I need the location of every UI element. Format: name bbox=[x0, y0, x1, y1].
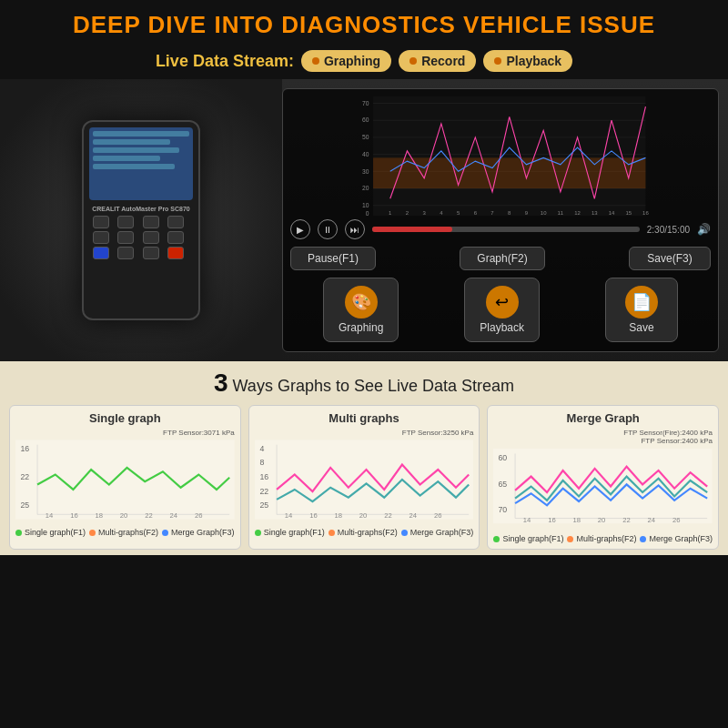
svg-text:14: 14 bbox=[523, 516, 531, 524]
svg-text:16: 16 bbox=[309, 511, 318, 520]
single-graph-card: Single graph FTP Sensor:3071 kPa 16 22 2… bbox=[9, 405, 241, 550]
device-screen bbox=[89, 127, 193, 200]
dev-btn-1 bbox=[93, 216, 109, 228]
save-f3-button[interactable]: Save(F3) bbox=[629, 247, 711, 270]
pause-f1-button[interactable]: Pause(F1) bbox=[290, 247, 376, 270]
svg-text:70: 70 bbox=[499, 505, 508, 514]
multi-graph-card: Multi graphs FTP Sensor:3250 kPa 4 8 16 … bbox=[248, 405, 480, 550]
forward-button[interactable]: ⏭ bbox=[345, 219, 365, 239]
device-buttons-grid bbox=[89, 216, 193, 259]
main-chart-svg: 70 60 50 40 30 20 10 0 1 2 3 4 5 6 7 8 9… bbox=[290, 96, 711, 216]
svg-text:25: 25 bbox=[20, 500, 29, 510]
main-container: DEEP DIVE INTO DIAGNOSTICS VEHICLE ISSUE… bbox=[0, 0, 728, 728]
svg-text:22: 22 bbox=[259, 487, 268, 496]
legend-single-2: Single graph(F1) bbox=[255, 528, 325, 537]
svg-text:26: 26 bbox=[195, 511, 203, 520]
svg-text:20: 20 bbox=[359, 511, 368, 520]
live-data-row: Live Data Stream: Graphing Record Playba… bbox=[0, 45, 728, 79]
progress-fill bbox=[372, 227, 452, 232]
merge-annotation-1: FTP Sensor(Fire):2400 kPa bbox=[493, 429, 713, 437]
svg-text:18: 18 bbox=[573, 516, 581, 524]
svg-text:20: 20 bbox=[362, 185, 369, 191]
svg-text:25: 25 bbox=[259, 500, 268, 510]
legend-dot-multi-2 bbox=[329, 530, 335, 536]
legend-label-single-3: Single graph(F1) bbox=[502, 534, 563, 543]
legend-label-multi-3: Multi-graphs(F2) bbox=[576, 534, 636, 543]
svg-text:16: 16 bbox=[70, 511, 78, 520]
volume-icon: 🔊 bbox=[697, 223, 711, 236]
tab-graphing-label: Graphing bbox=[324, 54, 380, 68]
svg-text:24: 24 bbox=[648, 516, 656, 524]
svg-text:22: 22 bbox=[20, 472, 29, 481]
svg-text:18: 18 bbox=[96, 511, 104, 520]
svg-text:20: 20 bbox=[120, 511, 128, 520]
middle-section: CREALIT AutoMaster Pro SC870 bbox=[0, 79, 728, 361]
tab-graphing[interactable]: Graphing bbox=[301, 50, 391, 72]
svg-text:22: 22 bbox=[145, 511, 153, 520]
dev-btn-9 bbox=[93, 247, 109, 259]
screen-lines bbox=[89, 127, 193, 176]
dev-btn-10 bbox=[117, 247, 134, 259]
svg-text:22: 22 bbox=[623, 516, 632, 524]
live-data-label: Live Data Stream: bbox=[156, 52, 294, 71]
save-action-label: Save bbox=[629, 321, 653, 334]
chart-panel: 70 60 50 40 30 20 10 0 1 2 3 4 5 6 7 8 9… bbox=[282, 88, 719, 352]
legend-dot-single bbox=[15, 530, 22, 536]
multi-graph-svg: 4 8 16 22 25 14 16 18 20 22 24 bbox=[255, 439, 474, 521]
tab-playback[interactable]: Playback bbox=[483, 50, 572, 72]
pause-button[interactable]: ⏸ bbox=[318, 219, 338, 239]
ways-number: 3 bbox=[214, 369, 228, 397]
merge-graph-title: Merge Graph bbox=[493, 411, 713, 425]
merge-annotation-2: FTP Sensor:2400 kPa bbox=[493, 437, 713, 445]
svg-text:8: 8 bbox=[259, 458, 264, 467]
svg-text:10: 10 bbox=[362, 202, 369, 208]
multi-graph-title: Multi graphs bbox=[255, 411, 474, 425]
save-action-btn[interactable]: 📄 Save bbox=[605, 278, 678, 342]
multi-graph-annotation: FTP Sensor:3250 kPa bbox=[255, 429, 474, 437]
svg-text:26: 26 bbox=[434, 511, 442, 520]
svg-text:20: 20 bbox=[598, 516, 606, 524]
svg-text:22: 22 bbox=[384, 511, 392, 520]
dev-btn-2 bbox=[117, 216, 134, 228]
legend-dot-single-3 bbox=[493, 536, 500, 542]
save-icon: 📄 bbox=[625, 286, 658, 318]
device-mockup: CREALIT AutoMaster Pro SC870 bbox=[82, 120, 200, 320]
graphing-icon: 🎨 bbox=[345, 286, 378, 318]
ways-text: Ways Graphs to See Live Data Stream bbox=[228, 377, 514, 395]
screen-line-3 bbox=[93, 147, 179, 153]
tab-record-label: Record bbox=[421, 54, 465, 68]
svg-text:16: 16 bbox=[20, 444, 29, 453]
play-button[interactable]: ▶ bbox=[290, 219, 310, 239]
dev-btn-6 bbox=[117, 231, 134, 244]
main-title: DEEP DIVE INTO DIAGNOSTICS VEHICLE ISSUE bbox=[9, 11, 719, 39]
icon-buttons-row: 🎨 Graphing ↩ Playback 📄 Save bbox=[290, 274, 711, 344]
merge-graph-card: Merge Graph FTP Sensor(Fire):2400 kPa FT… bbox=[487, 405, 719, 550]
svg-text:24: 24 bbox=[170, 511, 178, 520]
device-brand: CREALIT AutoMaster Pro SC870 bbox=[92, 206, 189, 212]
dev-btn-8 bbox=[167, 231, 184, 244]
graphing-action-label: Graphing bbox=[339, 321, 383, 334]
tab-playback-label: Playback bbox=[506, 54, 561, 68]
svg-text:16: 16 bbox=[259, 472, 268, 481]
screen-line-2 bbox=[93, 139, 170, 145]
progress-bar[interactable] bbox=[372, 227, 640, 232]
legend-dot-merge bbox=[162, 530, 168, 536]
graphing-action-btn[interactable]: 🎨 Graphing bbox=[323, 278, 399, 342]
screen-line-5 bbox=[93, 164, 175, 169]
graph-f2-button[interactable]: Graph(F2) bbox=[460, 247, 544, 270]
svg-text:60: 60 bbox=[362, 116, 369, 123]
dev-btn-7 bbox=[143, 231, 159, 244]
legend-label-single: Single graph(F1) bbox=[25, 528, 86, 537]
multi-graph-legend: Single graph(F1) Multi-graphs(F2) Merge … bbox=[255, 528, 474, 537]
legend-multi-3: Multi-graphs(F2) bbox=[567, 534, 636, 543]
tab-record[interactable]: Record bbox=[399, 50, 476, 72]
merge-graph-legend: Single graph(F1) Multi-graphs(F2) Merge … bbox=[493, 534, 713, 543]
time-label: 2:30/15:00 bbox=[647, 225, 690, 235]
playback-action-btn[interactable]: ↩ Playback bbox=[464, 278, 540, 342]
screen-line-4 bbox=[93, 156, 160, 161]
legend-merge-2: Merge Graph(F3) bbox=[401, 528, 474, 537]
playback-row: ▶ ⏸ ⏭ 2:30/15:00 🔊 bbox=[290, 216, 711, 243]
legend-label-merge-2: Merge Graph(F3) bbox=[410, 528, 474, 537]
svg-text:40: 40 bbox=[362, 151, 369, 157]
svg-text:65: 65 bbox=[499, 480, 508, 489]
